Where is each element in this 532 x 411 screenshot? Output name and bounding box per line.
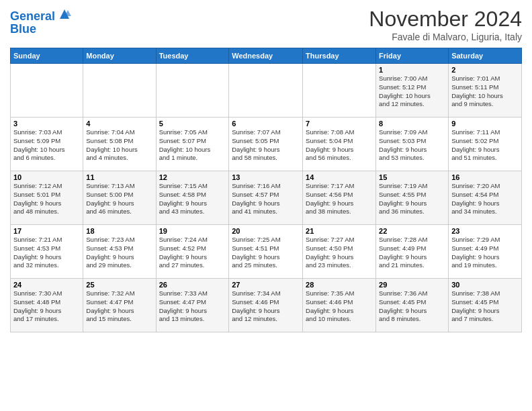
main-container: General Blue November 2024 Favale di Mal… <box>0 0 532 339</box>
day-info: Sunrise: 7:15 AM Sunset: 4:58 PM Dayligh… <box>159 182 226 216</box>
calendar-cell: 3Sunrise: 7:03 AM Sunset: 5:09 PM Daylig… <box>11 118 83 171</box>
day-number: 13 <box>232 173 300 181</box>
calendar-week-row: 24Sunrise: 7:30 AM Sunset: 4:48 PM Dayli… <box>11 279 522 332</box>
day-number: 28 <box>306 281 373 289</box>
day-number: 7 <box>306 120 373 128</box>
weekday-header-sunday: Sunday <box>11 48 83 64</box>
day-info: Sunrise: 7:00 AM Sunset: 5:12 PM Dayligh… <box>379 75 445 109</box>
calendar-week-row: 17Sunrise: 7:21 AM Sunset: 4:53 PM Dayli… <box>11 225 522 279</box>
calendar-cell: 21Sunrise: 7:27 AM Sunset: 4:50 PM Dayli… <box>303 225 376 279</box>
day-info: Sunrise: 7:34 AM Sunset: 4:46 PM Dayligh… <box>232 289 300 324</box>
day-number: 25 <box>86 281 152 289</box>
calendar-cell: 30Sunrise: 7:38 AM Sunset: 4:45 PM Dayli… <box>449 279 522 332</box>
day-info: Sunrise: 7:25 AM Sunset: 4:51 PM Dayligh… <box>232 236 300 270</box>
day-info: Sunrise: 7:17 AM Sunset: 4:56 PM Dayligh… <box>306 182 373 216</box>
day-number: 14 <box>306 173 373 181</box>
calendar-cell: 12Sunrise: 7:15 AM Sunset: 4:58 PM Dayli… <box>156 171 229 225</box>
day-number: 5 <box>159 120 226 128</box>
weekday-header-tuesday: Tuesday <box>156 48 229 64</box>
day-number: 15 <box>379 173 445 181</box>
calendar-cell <box>303 64 376 118</box>
day-number: 16 <box>451 173 519 181</box>
day-number: 19 <box>159 227 226 235</box>
calendar-cell: 16Sunrise: 7:20 AM Sunset: 4:54 PM Dayli… <box>449 171 522 225</box>
calendar-cell: 4Sunrise: 7:04 AM Sunset: 5:08 PM Daylig… <box>83 118 156 171</box>
day-info: Sunrise: 7:30 AM Sunset: 4:48 PM Dayligh… <box>13 289 80 324</box>
calendar-cell: 13Sunrise: 7:16 AM Sunset: 4:57 PM Dayli… <box>229 171 303 225</box>
day-number: 18 <box>86 227 152 235</box>
day-number: 27 <box>232 281 300 289</box>
calendar-cell: 6Sunrise: 7:07 AM Sunset: 5:05 PM Daylig… <box>229 118 303 171</box>
day-info: Sunrise: 7:16 AM Sunset: 4:57 PM Dayligh… <box>232 182 300 216</box>
day-number: 22 <box>379 227 445 235</box>
day-info: Sunrise: 7:27 AM Sunset: 4:50 PM Dayligh… <box>306 236 373 270</box>
day-number: 24 <box>13 281 80 289</box>
day-info: Sunrise: 7:13 AM Sunset: 5:00 PM Dayligh… <box>86 182 152 216</box>
month-title: November 2024 <box>369 7 522 32</box>
day-number: 1 <box>379 66 445 74</box>
day-info: Sunrise: 7:07 AM Sunset: 5:05 PM Dayligh… <box>232 128 300 163</box>
calendar-cell: 1Sunrise: 7:00 AM Sunset: 5:12 PM Daylig… <box>376 64 449 118</box>
day-info: Sunrise: 7:36 AM Sunset: 4:45 PM Dayligh… <box>379 289 445 324</box>
day-info: Sunrise: 7:23 AM Sunset: 4:53 PM Dayligh… <box>86 236 152 270</box>
day-number: 12 <box>159 173 226 181</box>
day-number: 10 <box>13 173 80 181</box>
calendar-cell: 15Sunrise: 7:19 AM Sunset: 4:55 PM Dayli… <box>376 171 449 225</box>
logo-text: General <box>10 10 55 24</box>
calendar-cell: 19Sunrise: 7:24 AM Sunset: 4:52 PM Dayli… <box>156 225 229 279</box>
calendar-cell: 7Sunrise: 7:08 AM Sunset: 5:04 PM Daylig… <box>303 118 376 171</box>
day-info: Sunrise: 7:12 AM Sunset: 5:01 PM Dayligh… <box>13 182 80 216</box>
calendar-cell: 5Sunrise: 7:05 AM Sunset: 5:07 PM Daylig… <box>156 118 229 171</box>
day-info: Sunrise: 7:04 AM Sunset: 5:08 PM Dayligh… <box>86 128 152 163</box>
calendar-cell: 11Sunrise: 7:13 AM Sunset: 5:00 PM Dayli… <box>83 171 156 225</box>
day-number: 9 <box>451 120 519 128</box>
calendar-cell: 8Sunrise: 7:09 AM Sunset: 5:03 PM Daylig… <box>376 118 449 171</box>
logo-icon <box>57 7 72 21</box>
day-info: Sunrise: 7:05 AM Sunset: 5:07 PM Dayligh… <box>159 128 226 163</box>
day-info: Sunrise: 7:11 AM Sunset: 5:02 PM Dayligh… <box>451 128 519 163</box>
weekday-header-row: SundayMondayTuesdayWednesdayThursdayFrid… <box>11 48 522 64</box>
calendar-cell: 18Sunrise: 7:23 AM Sunset: 4:53 PM Dayli… <box>83 225 156 279</box>
day-info: Sunrise: 7:29 AM Sunset: 4:49 PM Dayligh… <box>451 236 519 270</box>
day-info: Sunrise: 7:35 AM Sunset: 4:46 PM Dayligh… <box>306 289 373 324</box>
day-number: 30 <box>451 281 519 289</box>
day-number: 2 <box>451 66 519 74</box>
day-info: Sunrise: 7:24 AM Sunset: 4:52 PM Dayligh… <box>159 236 226 270</box>
calendar-week-row: 10Sunrise: 7:12 AM Sunset: 5:01 PM Dayli… <box>11 171 522 225</box>
weekday-header-friday: Friday <box>376 48 449 64</box>
calendar-cell: 10Sunrise: 7:12 AM Sunset: 5:01 PM Dayli… <box>11 171 83 225</box>
calendar-cell <box>11 64 83 118</box>
day-number: 3 <box>13 120 80 128</box>
logo: General Blue <box>10 9 72 36</box>
calendar-cell: 22Sunrise: 7:28 AM Sunset: 4:49 PM Dayli… <box>376 225 449 279</box>
calendar-cell <box>156 64 229 118</box>
calendar-cell: 20Sunrise: 7:25 AM Sunset: 4:51 PM Dayli… <box>229 225 303 279</box>
day-number: 23 <box>451 227 519 235</box>
title-block: November 2024 Favale di Malvaro, Liguria… <box>369 7 522 42</box>
calendar-cell: 2Sunrise: 7:01 AM Sunset: 5:11 PM Daylig… <box>449 64 522 118</box>
calendar-cell: 17Sunrise: 7:21 AM Sunset: 4:53 PM Dayli… <box>11 225 83 279</box>
calendar-cell: 29Sunrise: 7:36 AM Sunset: 4:45 PM Dayli… <box>376 279 449 332</box>
header: General Blue November 2024 Favale di Mal… <box>10 7 522 42</box>
day-number: 11 <box>86 173 152 181</box>
logo-blue-text: Blue <box>10 23 72 36</box>
calendar-week-row: 1Sunrise: 7:00 AM Sunset: 5:12 PM Daylig… <box>11 64 522 118</box>
day-info: Sunrise: 7:33 AM Sunset: 4:47 PM Dayligh… <box>159 289 226 324</box>
calendar-cell <box>83 64 156 118</box>
day-number: 8 <box>379 120 445 128</box>
day-number: 20 <box>232 227 300 235</box>
weekday-header-thursday: Thursday <box>303 48 376 64</box>
calendar-cell: 28Sunrise: 7:35 AM Sunset: 4:46 PM Dayli… <box>303 279 376 332</box>
calendar-cell: 14Sunrise: 7:17 AM Sunset: 4:56 PM Dayli… <box>303 171 376 225</box>
calendar-cell: 26Sunrise: 7:33 AM Sunset: 4:47 PM Dayli… <box>156 279 229 332</box>
day-info: Sunrise: 7:03 AM Sunset: 5:09 PM Dayligh… <box>13 128 80 163</box>
day-info: Sunrise: 7:20 AM Sunset: 4:54 PM Dayligh… <box>451 182 519 216</box>
day-number: 29 <box>379 281 445 289</box>
calendar-cell: 27Sunrise: 7:34 AM Sunset: 4:46 PM Dayli… <box>229 279 303 332</box>
calendar-cell: 24Sunrise: 7:30 AM Sunset: 4:48 PM Dayli… <box>11 279 83 332</box>
subtitle: Favale di Malvaro, Liguria, Italy <box>369 32 522 42</box>
calendar-cell <box>229 64 303 118</box>
day-info: Sunrise: 7:08 AM Sunset: 5:04 PM Dayligh… <box>306 128 373 163</box>
calendar-cell: 25Sunrise: 7:32 AM Sunset: 4:47 PM Dayli… <box>83 279 156 332</box>
day-info: Sunrise: 7:38 AM Sunset: 4:45 PM Dayligh… <box>451 289 519 324</box>
